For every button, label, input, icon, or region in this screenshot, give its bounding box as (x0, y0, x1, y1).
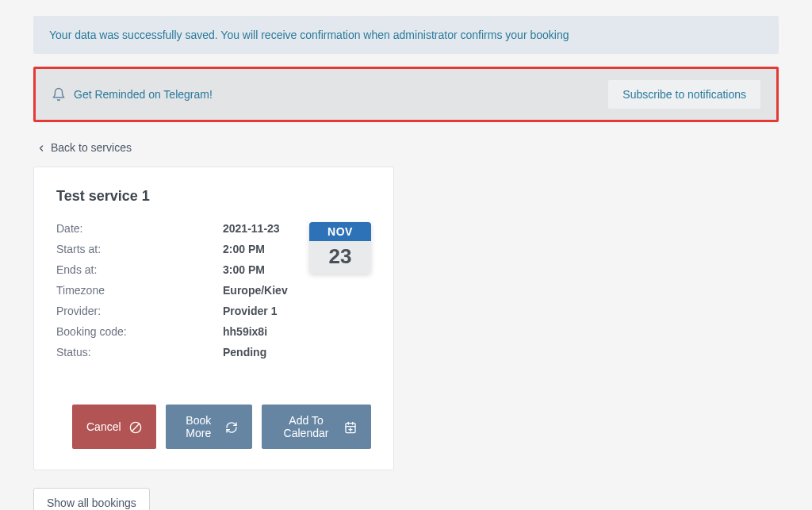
info-label: Status: (56, 346, 223, 359)
info-label: Booking code: (56, 325, 223, 338)
svg-line-1 (132, 424, 139, 431)
cancel-icon (129, 420, 142, 433)
reminder-text: Get Reminded on Telegram! (74, 88, 213, 101)
info-row-provider: Provider: Provider 1 (56, 305, 297, 317)
info-label: Ends at: (56, 263, 223, 276)
date-tile-month: NOV (309, 222, 371, 241)
book-more-button[interactable]: Book More (166, 405, 252, 449)
info-value: 2:00 PM (223, 243, 265, 255)
info-value: Pending (223, 346, 266, 359)
info-row-status: Status: Pending (56, 346, 297, 359)
date-tile-day: 23 (309, 241, 371, 274)
chevron-left-icon (36, 141, 46, 154)
info-label: Provider: (56, 305, 223, 317)
info-value: Europe/Kiev (223, 284, 288, 297)
booking-card: Test service 1 Date: 2021-11-23 Starts a… (33, 167, 394, 470)
date-tile: NOV 23 (309, 222, 371, 274)
alert-message: Your data was successfully saved. You wi… (49, 29, 569, 41)
cancel-label: Cancel (86, 420, 121, 433)
calendar-plus-icon (344, 420, 357, 433)
show-all-bookings-button[interactable]: Show all bookings (33, 488, 150, 510)
info-value: hh59ix8i (223, 325, 267, 338)
book-more-label: Book More (180, 414, 217, 439)
info-row-timezone: Timezone Europe/Kiev (56, 284, 297, 297)
add-calendar-label: Add To Calendar (276, 414, 336, 439)
refresh-icon (225, 420, 238, 433)
info-value: Provider 1 (223, 305, 277, 317)
cancel-button[interactable]: Cancel (72, 405, 156, 449)
back-to-services-link[interactable]: Back to services (33, 141, 135, 154)
info-value: 2021-11-23 (223, 222, 280, 235)
info-label: Starts at: (56, 243, 223, 255)
info-label: Date: (56, 222, 223, 235)
info-row-starts: Starts at: 2:00 PM (56, 243, 297, 255)
info-row-ends: Ends at: 3:00 PM (56, 263, 297, 276)
notification-bar: Get Reminded on Telegram! Subscribe to n… (33, 67, 779, 122)
success-alert: Your data was successfully saved. You wi… (33, 16, 779, 54)
back-link-label: Back to services (51, 141, 132, 154)
info-row-date: Date: 2021-11-23 (56, 222, 297, 235)
add-to-calendar-button[interactable]: Add To Calendar (262, 405, 371, 449)
subscribe-button[interactable]: Subscribe to notifications (608, 80, 760, 109)
info-row-code: Booking code: hh59ix8i (56, 325, 297, 338)
info-label: Timezone (56, 284, 223, 297)
booking-title: Test service 1 (56, 188, 371, 205)
info-value: 3:00 PM (223, 263, 265, 276)
bell-icon (52, 87, 66, 102)
